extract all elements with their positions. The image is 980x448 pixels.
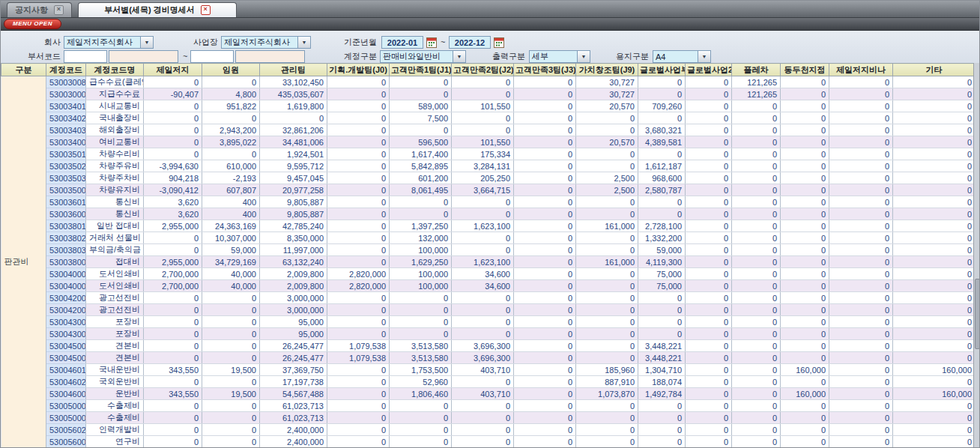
cell-value: 596,500 [390, 136, 452, 148]
cell-value: 0 [452, 124, 514, 136]
cell-account-code: 53003803 [46, 244, 86, 256]
cell-value: 0 [686, 184, 732, 196]
cell-value: 0 [144, 148, 202, 160]
column-header-14: 동두천지점 [781, 64, 829, 76]
cell-value: 0 [514, 160, 576, 172]
period-to-input[interactable] [449, 36, 491, 49]
cell-value: 0 [732, 124, 781, 136]
cell-value: 0 [732, 256, 781, 268]
calendar-icon[interactable] [494, 37, 504, 48]
column-header-6: 기획.개발팀(J0) [327, 64, 390, 76]
cell-value: 0 [327, 208, 390, 220]
company-select[interactable]: 제일저지주식회사 ▼ [64, 36, 154, 49]
cell-value: 589,000 [390, 100, 452, 112]
cell-value: 0 [829, 364, 893, 376]
chevron-down-icon[interactable]: ▼ [453, 51, 465, 62]
cell-value: 2,728,100 [638, 220, 686, 232]
account-type-select[interactable]: 판매비와일반비 ▼ [380, 50, 466, 63]
cell-value: 0 [144, 316, 202, 328]
app-window: 공지사항 × 부서별(세목) 경비명세서 × MENU OPEN 회사 제일저지… [0, 0, 980, 448]
cell-value: 0 [576, 436, 638, 448]
cell-value: 1,617,400 [390, 148, 452, 160]
cell-value: 2,400,000 [260, 424, 327, 436]
dept-code-from-input[interactable] [64, 50, 107, 63]
cell-value: 40,000 [202, 268, 260, 280]
cell-value: 8,350,000 [260, 232, 327, 244]
cell-value: 0 [514, 88, 576, 100]
cell-value: 3,620 [144, 208, 202, 220]
site-label: 사업장 [188, 36, 218, 49]
cell-account-code: 53004602 [46, 376, 86, 388]
close-icon[interactable]: × [54, 5, 64, 15]
cell-value: 0 [638, 208, 686, 220]
chevron-down-icon[interactable]: ▼ [698, 51, 710, 62]
cell-value: 2,580,787 [638, 184, 686, 196]
close-icon[interactable]: × [201, 5, 211, 15]
cell-value: 0 [327, 124, 390, 136]
cell-value: 0 [732, 436, 781, 448]
site-select[interactable]: 제일저지주식회사 ▼ [221, 36, 311, 49]
scrollbar-thumb[interactable] [975, 279, 980, 349]
cell-value: 17,197,738 [260, 376, 327, 388]
calendar-icon[interactable] [426, 37, 437, 48]
dept-name-to-input[interactable] [235, 50, 305, 63]
cell-value: 2,500 [576, 184, 638, 196]
cell-value: 0 [327, 136, 390, 148]
tab-expense-report[interactable]: 부서별(세목) 경비명세서 × [78, 2, 237, 17]
column-header-15: 제일저지비나 [829, 64, 893, 76]
tab-expense-report-label: 부서별(세목) 경비명세서 [104, 4, 194, 16]
cell-value: 0 [144, 400, 202, 412]
cell-value: 0 [202, 412, 260, 424]
cell-value: 0 [514, 148, 576, 160]
table-row: 53004601국내운반비343,55019,50037,369,75001,7… [1, 364, 976, 376]
cell-value: 0 [732, 112, 781, 124]
cell-value: 0 [638, 292, 686, 304]
period-from-input[interactable] [381, 36, 423, 49]
output-type-select[interactable]: 세부 ▼ [529, 50, 590, 63]
table-row: 53004600운반비343,55019,50054,567,48801,806… [1, 388, 976, 400]
account-type-value: 판매비와일반비 [381, 51, 453, 62]
cell-account-code: 53004601 [46, 364, 86, 376]
table-row: 53004500견본비0026,245,4771,079,5383,513,58… [1, 352, 976, 364]
cell-value: 0 [514, 316, 576, 328]
menu-open-button[interactable]: MENU OPEN [4, 19, 61, 29]
cell-value: 0 [893, 232, 976, 244]
cell-value: 709,260 [638, 100, 686, 112]
cell-value: 0 [390, 412, 452, 424]
cell-value: 0 [144, 424, 202, 436]
cell-value: 0 [781, 424, 829, 436]
cell-value: 0 [144, 124, 202, 136]
cell-value: 34,600 [452, 280, 514, 292]
chevron-down-icon[interactable]: ▼ [297, 37, 310, 48]
cell-value: 0 [514, 232, 576, 244]
cell-value: 0 [686, 424, 732, 436]
cell-value: 0 [829, 280, 893, 292]
cell-value: 0 [514, 412, 576, 424]
column-header-11: 글로벌사업부 [638, 64, 686, 76]
cell-value: 0 [732, 208, 781, 220]
cell-value: 0 [829, 112, 893, 124]
cell-value: 0 [829, 268, 893, 280]
cell-value: 0 [576, 352, 638, 364]
cell-value: 0 [732, 364, 781, 376]
cell-value: 59,000 [202, 244, 260, 256]
cell-value: 0 [732, 196, 781, 208]
cell-value: 0 [327, 292, 390, 304]
cell-value: 2,400,000 [260, 436, 327, 448]
dept-code-to-input[interactable] [190, 50, 234, 63]
dept-name-from-input[interactable] [109, 50, 178, 63]
chevron-down-icon[interactable]: ▼ [140, 37, 153, 48]
cell-value: 61,023,713 [260, 400, 327, 412]
vertical-scrollbar[interactable] [973, 63, 979, 448]
cell-value: 0 [893, 316, 976, 328]
cell-value: 0 [829, 124, 893, 136]
cell-value: 0 [390, 328, 452, 340]
menu-bar: MENU OPEN [1, 18, 979, 31]
column-header-13: 플레차 [732, 64, 781, 76]
cell-value: 0 [781, 280, 829, 292]
paper-type-select[interactable]: A4 ▼ [653, 50, 711, 63]
tab-notice[interactable]: 공지사항 × [7, 2, 72, 17]
chevron-down-icon[interactable]: ▼ [577, 51, 590, 62]
cell-value: 0 [202, 436, 260, 448]
cell-value: 0 [638, 436, 686, 448]
